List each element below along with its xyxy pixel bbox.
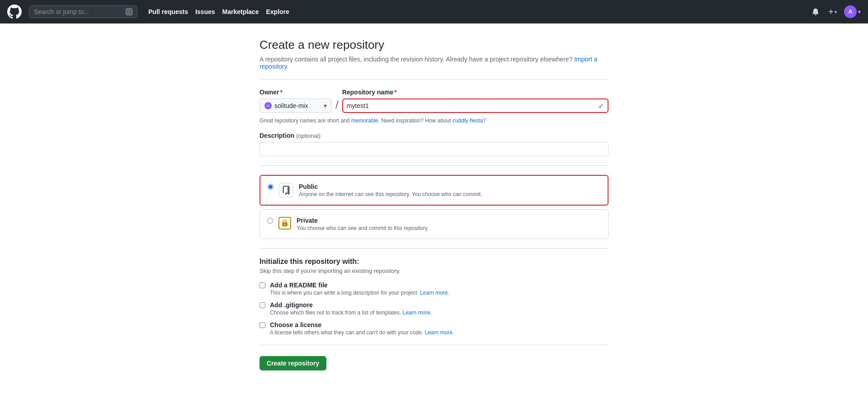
public-repo-icon — [279, 183, 293, 197]
navbar-right: + ▾ A ▾ — [810, 5, 861, 19]
checkmark-valid-icon: ✓ — [598, 102, 604, 110]
page-title: Create a new repository — [259, 38, 609, 52]
gitignore-desc: Choose which files not to track from a l… — [270, 310, 432, 316]
description-label: Description (optional) — [259, 132, 321, 139]
avatar-caret-icon: ▾ — [858, 9, 861, 15]
visibility-public-option[interactable]: Public Anyone on the internet can see th… — [259, 175, 609, 206]
gitignore-option: Add .gitignore Choose which files not to… — [259, 301, 609, 316]
description-section: Description (optional) — [259, 132, 609, 156]
readme-text: Add a README file This is where you can … — [270, 281, 449, 296]
gitignore-text: Add .gitignore Choose which files not to… — [270, 301, 432, 316]
github-logo-icon[interactable] — [7, 5, 22, 19]
nav-explore[interactable]: Explore — [266, 8, 289, 15]
visibility-private-radio[interactable] — [267, 218, 273, 224]
visibility-private-option[interactable]: Private You choose who can see and commi… — [259, 209, 609, 239]
navbar: / Pull requests Issues Marketplace Explo… — [0, 0, 868, 23]
license-desc: A license tells others what they can and… — [270, 329, 454, 336]
create-button-section: Create repository — [259, 356, 609, 370]
nav-links: Pull requests Issues Marketplace Explore — [148, 8, 289, 15]
license-checkbox[interactable] — [259, 322, 265, 328]
section-divider-3 — [259, 248, 609, 249]
gitignore-learn-more-link[interactable]: Learn more. — [402, 310, 432, 316]
main-content: Create a new repository A repository con… — [249, 23, 619, 407]
license-text: Choose a license A license tells others … — [270, 321, 454, 336]
repo-name-label: Repository name* — [342, 89, 609, 96]
private-repo-icon — [278, 217, 291, 230]
user-menu-button[interactable]: A ▾ — [844, 5, 861, 18]
slash-kbd: / — [126, 8, 132, 15]
avatar: A — [844, 5, 857, 18]
create-menu-button[interactable]: + ▾ — [826, 5, 839, 19]
repo-name-group: Repository name* ✓ — [342, 89, 609, 113]
readme-option: Add a README file This is where you can … — [259, 281, 609, 296]
description-input[interactable] — [259, 142, 609, 156]
repo-name-input[interactable] — [347, 102, 595, 109]
owner-repo-row: Owner* A solitude-mix ▾ / Repository nam… — [259, 89, 609, 113]
owner-caret-icon: ▾ — [324, 102, 327, 109]
initialize-subtitle: Skip this step if you're importing an ex… — [259, 267, 609, 274]
readme-label: Add a README file — [270, 281, 449, 289]
readme-desc: This is where you can write a long descr… — [270, 290, 449, 296]
repo-name-hint: Great repository names are short and mem… — [259, 117, 609, 125]
page-subtitle: A repository contains all project files,… — [259, 56, 609, 70]
readme-checkbox[interactable] — [259, 282, 265, 288]
owner-dropdown[interactable]: A solitude-mix ▾ — [259, 98, 332, 113]
search-input[interactable] — [34, 8, 122, 15]
section-divider-2 — [259, 165, 609, 166]
initialize-section: Initialize this repository with: Skip th… — [259, 258, 609, 336]
create-repository-button[interactable]: Create repository — [259, 356, 326, 370]
section-divider-4 — [259, 345, 609, 345]
readme-learn-more-link[interactable]: Learn more. — [420, 290, 449, 296]
license-learn-more-link[interactable]: Learn more. — [425, 329, 454, 336]
visibility-private-text: Private You choose who can see and commi… — [297, 217, 429, 231]
nav-marketplace[interactable]: Marketplace — [222, 8, 259, 15]
visibility-section: Public Anyone on the internet can see th… — [259, 175, 609, 239]
notifications-button[interactable] — [810, 6, 821, 17]
slash-separator: / — [335, 98, 339, 111]
initialize-title: Initialize this repository with: — [259, 258, 609, 266]
section-divider — [259, 79, 609, 80]
nav-issues[interactable]: Issues — [195, 8, 215, 15]
visibility-public-radio[interactable] — [268, 184, 274, 190]
owner-value: solitude-mix — [274, 102, 308, 109]
owner-label: Owner* — [259, 89, 332, 96]
owner-group: Owner* A solitude-mix ▾ — [259, 89, 332, 113]
gitignore-checkbox[interactable] — [259, 302, 265, 308]
search-box[interactable]: / — [29, 5, 137, 18]
license-option: Choose a license A license tells others … — [259, 321, 609, 336]
license-label: Choose a license — [270, 321, 454, 328]
repo-name-field-wrapper: ✓ — [342, 98, 609, 113]
owner-avatar-icon: A — [264, 102, 272, 109]
gitignore-label: Add .gitignore — [270, 301, 432, 309]
suggestion-link[interactable]: cuddly-fiesta — [453, 117, 483, 124]
nav-pull-requests[interactable]: Pull requests — [148, 8, 188, 15]
visibility-public-text: Public Anyone on the internet can see th… — [299, 183, 482, 197]
